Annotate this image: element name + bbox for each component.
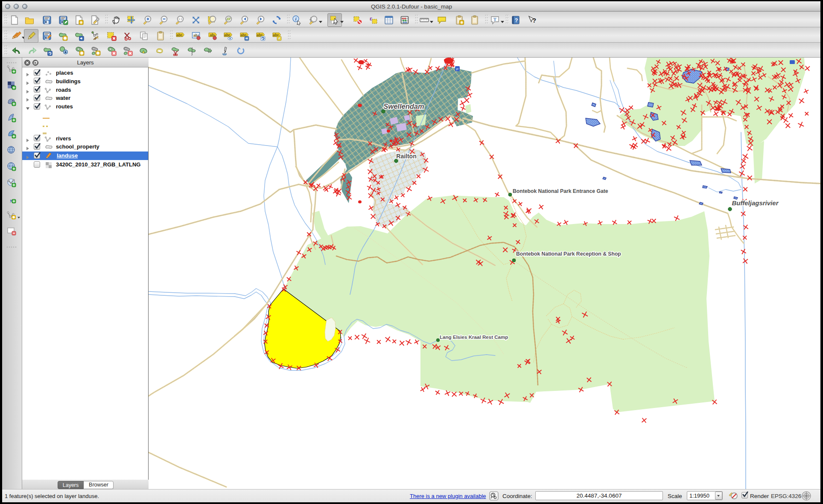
svg-text:Bontebok National Park Entranc: Bontebok National Park Entrance Gate (513, 188, 608, 194)
svg-text:ab: ab (193, 33, 198, 38)
svg-text:Buffeljagsrivier: Buffeljagsrivier (732, 199, 779, 207)
svg-text:Lang Elsies Kraal Rest Camp: Lang Elsies Kraal Rest Camp (440, 334, 508, 340)
svg-text:Railton: Railton (396, 153, 416, 160)
svg-text:ε: ε (370, 15, 372, 22)
svg-text:abc: abc (176, 33, 183, 37)
svg-text:abc: abc (224, 33, 231, 37)
svg-text:,: , (10, 194, 12, 203)
svg-text:T: T (493, 17, 497, 22)
svg-text:ab: ab (210, 33, 214, 37)
svg-text:❊: ❊ (460, 20, 464, 25)
svg-text:P: P (456, 67, 458, 71)
svg-text:❊: ❊ (79, 20, 83, 25)
svg-text:Swellendam: Swellendam (383, 102, 424, 110)
svg-text:1:1: 1:1 (178, 17, 182, 20)
svg-text:Bontebok National Park Recepti: Bontebok National Park Reception & Shop (516, 251, 621, 257)
svg-text:?: ? (532, 17, 536, 24)
svg-text:?: ? (515, 17, 518, 23)
